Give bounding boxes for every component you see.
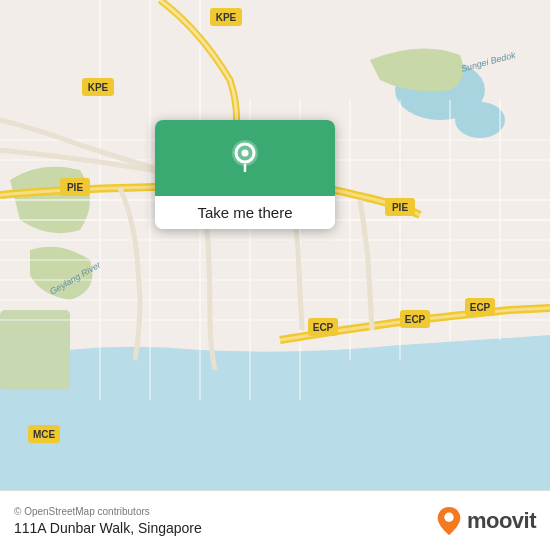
- map-container: KPE KPE PIE PIE ECP ECP ECP MCE Sungei B…: [0, 0, 550, 490]
- svg-text:KPE: KPE: [216, 12, 237, 23]
- location-card: Take me there: [155, 120, 335, 229]
- address-text: 111A Dunbar Walk, Singapore: [14, 520, 202, 536]
- svg-point-2: [455, 102, 505, 138]
- svg-text:ECP: ECP: [470, 302, 491, 313]
- svg-text:PIE: PIE: [392, 202, 408, 213]
- footer-left: © OpenStreetMap contributors 111A Dunbar…: [14, 506, 202, 536]
- svg-point-43: [444, 512, 453, 521]
- card-green-area: [155, 120, 335, 196]
- svg-text:MCE: MCE: [33, 429, 56, 440]
- take-me-there-button[interactable]: Take me there: [155, 196, 335, 229]
- svg-text:ECP: ECP: [313, 322, 334, 333]
- location-pin-icon: [226, 138, 264, 176]
- footer-bar: © OpenStreetMap contributors 111A Dunbar…: [0, 490, 550, 550]
- moovit-pin-icon: [435, 505, 463, 537]
- moovit-brand-text: moovit: [467, 508, 536, 534]
- svg-text:KPE: KPE: [88, 82, 109, 93]
- svg-text:ECP: ECP: [405, 314, 426, 325]
- moovit-logo: moovit: [435, 505, 536, 537]
- svg-point-42: [242, 150, 249, 157]
- copyright-text: © OpenStreetMap contributors: [14, 506, 202, 517]
- svg-text:PIE: PIE: [67, 182, 83, 193]
- svg-rect-3: [0, 310, 70, 390]
